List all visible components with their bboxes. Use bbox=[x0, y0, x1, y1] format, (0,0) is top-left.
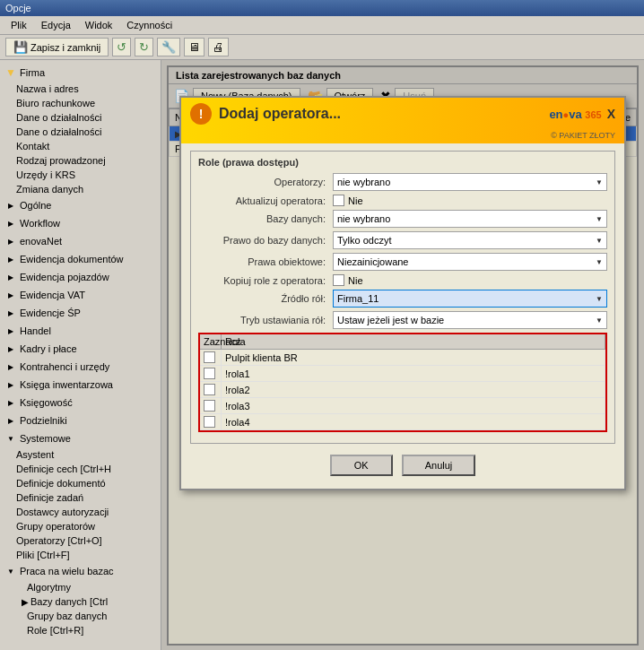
sidebar-item-def-zad[interactable]: Definicje zadań bbox=[0, 490, 161, 505]
sidebar-item-pliki[interactable]: Pliki [Ctrl+F] bbox=[0, 548, 161, 562]
sidebar-item-urzedy[interactable]: Urzędy i KRS bbox=[0, 168, 161, 182]
sidebar-item-dane2[interactable]: Dane o działalności bbox=[0, 125, 161, 139]
roles-row[interactable]: !rola4 bbox=[200, 414, 605, 430]
sidebar-item-bazy[interactable]: ▶ Bazy danych [Ctrl bbox=[0, 594, 161, 609]
roles-row[interactable]: Pulpit klienta BR bbox=[200, 350, 605, 366]
ok-button[interactable]: OK bbox=[330, 455, 393, 476]
prawa-obj-select[interactable]: Niezainicjowane ▼ bbox=[333, 253, 607, 271]
prawo-value: Tylko odczyt bbox=[337, 235, 392, 246]
dialog-orange-icon: ! bbox=[190, 103, 212, 125]
arrow-icon-ewid-dok: ▶ bbox=[4, 252, 18, 266]
sidebar-item-grupy-baz[interactable]: Grupy baz danych bbox=[0, 609, 161, 623]
dialog-title-group: ! Dodaj operatora... bbox=[190, 103, 341, 125]
menu-czynnosci[interactable]: Czynności bbox=[119, 18, 179, 32]
sidebar-item-ogolne[interactable]: ▶ Ogólne bbox=[0, 196, 161, 214]
aktualizuj-checkbox[interactable] bbox=[333, 195, 344, 206]
monitor-icon: 🖥 bbox=[188, 40, 200, 54]
bazy-select[interactable]: nie wybrano ▼ bbox=[333, 210, 607, 228]
refresh-button1[interactable]: ↺ bbox=[112, 38, 131, 56]
dialog-title-text: Dodaj operatora... bbox=[219, 106, 341, 122]
roles-row[interactable]: !rola1 bbox=[200, 366, 605, 382]
arrow-icon-handel: ▶ bbox=[4, 324, 18, 338]
sidebar-item-ewid-sp[interactable]: ▶ Ewidencje ŚP bbox=[0, 304, 161, 322]
tryb-select[interactable]: Ustaw jeżeli jest w bazie ▼ bbox=[333, 311, 607, 329]
roles-name-cell: !rola2 bbox=[222, 382, 605, 397]
sidebar-item-def-dok[interactable]: Definicje dokumentó bbox=[0, 476, 161, 490]
roles-checkbox-3[interactable] bbox=[204, 384, 215, 395]
arrow-icon-ksiega: ▶ bbox=[4, 377, 18, 392]
sidebar-item-kontakt[interactable]: Kontakt bbox=[0, 139, 161, 153]
sidebar-label-systemowe: Systemowe bbox=[20, 433, 71, 444]
prawo-select[interactable]: Tylko odczyt ▼ bbox=[333, 231, 607, 249]
sidebar-item-def-cech[interactable]: Definicje cech [Ctrl+H bbox=[0, 462, 161, 476]
add-operator-dialog: ! Dodaj operatora... en●va 365 X © PAKIE… bbox=[179, 96, 626, 490]
roles-checkbox-1[interactable] bbox=[204, 351, 215, 363]
sidebar-item-ewid-poj[interactable]: ▶ Ewidencja pojazdów bbox=[0, 268, 161, 286]
refresh-icon2: ↻ bbox=[139, 40, 149, 54]
sidebar-item-operatorzy[interactable]: Operatorzy [Ctrl+O] bbox=[0, 533, 161, 548]
save-close-button[interactable]: 💾 Zapisz i zamknij bbox=[5, 38, 109, 56]
print-button[interactable]: 🖨 bbox=[208, 38, 229, 56]
roles-table-header: Zaznacz Rola bbox=[200, 334, 605, 350]
sidebar-item-systemowe[interactable]: ▼ Systemowe bbox=[0, 429, 161, 447]
sidebar-label-enovanet: enovaNet bbox=[20, 236, 62, 247]
sidebar-item-dane1[interactable]: Dane o działalności bbox=[0, 110, 161, 125]
roles-check-cell bbox=[200, 414, 222, 429]
arrow-icon-ewid-sp: ▶ bbox=[4, 306, 18, 320]
dialog-header-top: en●va 365 X bbox=[549, 107, 615, 121]
logo-dot: ● bbox=[563, 109, 570, 120]
operatorzy-select[interactable]: nie wybrano ▼ bbox=[333, 173, 607, 191]
sidebar-item-asystent[interactable]: Asystent bbox=[0, 447, 161, 462]
cancel-button[interactable]: Anuluj bbox=[402, 455, 476, 476]
sidebar-item-podzielniki[interactable]: ▶ Podzielniki bbox=[0, 412, 161, 429]
sidebar-item-zmiana[interactable]: Zmiana danych bbox=[0, 182, 161, 196]
roles-row[interactable]: !rola3 bbox=[200, 398, 605, 414]
sidebar-item-role[interactable]: Role [Ctrl+R] bbox=[0, 623, 161, 637]
prawa-obj-arrow: ▼ bbox=[596, 258, 603, 266]
sidebar-item-praca[interactable]: ▼ Praca na wielu bazac bbox=[0, 562, 161, 580]
sidebar-item-grupy-op[interactable]: Grupy operatorów bbox=[0, 519, 161, 533]
main-toolbar: 💾 Zapisz i zamknij ↺ ↻ 🔧 🖥 🖨 bbox=[0, 35, 644, 60]
monitor-button[interactable]: 🖥 bbox=[184, 38, 205, 56]
kopiuj-checkbox[interactable] bbox=[333, 274, 344, 286]
aktualizuj-label: Aktualizuj operatora: bbox=[198, 195, 333, 206]
refresh-button2[interactable]: ↻ bbox=[135, 38, 153, 56]
tryb-arrow: ▼ bbox=[596, 316, 603, 325]
sidebar-item-rodzaj[interactable]: Rodzaj prowadzonej bbox=[0, 153, 161, 168]
sidebar-item-algorytmy[interactable]: Algorytmy bbox=[0, 580, 161, 594]
sidebar-item-nazwa[interactable]: Nazwa i adres bbox=[0, 82, 161, 96]
roles-row[interactable]: !rola2 bbox=[200, 382, 605, 398]
folder-icon: ▼ bbox=[4, 65, 18, 80]
sidebar-item-ewid-vat[interactable]: ▶ Ewidencja VAT bbox=[0, 286, 161, 304]
sidebar-item-ksiega[interactable]: ▶ Księga inwentarzowa bbox=[0, 376, 161, 394]
save-close-label: Zapisz i zamknij bbox=[30, 42, 100, 53]
sidebar-item-biuro[interactable]: Biuro rachunkowe bbox=[0, 96, 161, 110]
roles-checkbox-2[interactable] bbox=[204, 368, 215, 379]
roles-checkbox-4[interactable] bbox=[204, 400, 215, 412]
sidebar-item-kadry[interactable]: ▶ Kadry i płace bbox=[0, 340, 161, 358]
bazy-label-field: Bazy danych: bbox=[198, 213, 333, 224]
roles-checkbox-5[interactable] bbox=[204, 416, 215, 428]
sidebar-item-ewid-dok[interactable]: ▶ Ewidencja dokumentów bbox=[0, 250, 161, 268]
menu-edycja[interactable]: Edycja bbox=[34, 18, 78, 32]
settings-button[interactable]: 🔧 bbox=[157, 38, 180, 56]
menu-plik[interactable]: Plik bbox=[4, 18, 34, 32]
sidebar-item-enovanet[interactable]: ▶ enovaNet bbox=[0, 232, 161, 250]
sidebar-item-workflow[interactable]: ▶ Workflow bbox=[0, 214, 161, 232]
sidebar-item-firma[interactable]: ▼ Firma bbox=[0, 64, 161, 82]
sidebar-item-kontrahenci[interactable]: ▶ Kontrahenci i urzędy bbox=[0, 358, 161, 376]
bazy-row: Bazy danych: nie wybrano ▼ bbox=[198, 210, 607, 228]
sidebar-item-dostawcy[interactable]: Dostawcy autoryzacji bbox=[0, 505, 161, 519]
arrow-bazy: ▶ bbox=[22, 597, 29, 607]
window-title: Opcje bbox=[5, 3, 31, 13]
sidebar-item-ksiegowosc[interactable]: ▶ Księgowość bbox=[0, 394, 161, 412]
tryb-label: Tryb ustawiania rół: bbox=[198, 315, 333, 325]
sidebar-item-handel[interactable]: ▶ Handel bbox=[0, 322, 161, 340]
roles-check-cell bbox=[200, 398, 222, 413]
wrench-icon: 🔧 bbox=[161, 40, 176, 54]
dialog-close-button[interactable]: X bbox=[607, 107, 615, 121]
zrodlo-select[interactable]: Firma_11 ▼ bbox=[333, 290, 607, 308]
operatorzy-value: nie wybrano bbox=[337, 177, 390, 187]
menu-widok[interactable]: Widok bbox=[78, 18, 120, 32]
sidebar-label-ewid-vat: Ewidencja VAT bbox=[20, 290, 85, 300]
